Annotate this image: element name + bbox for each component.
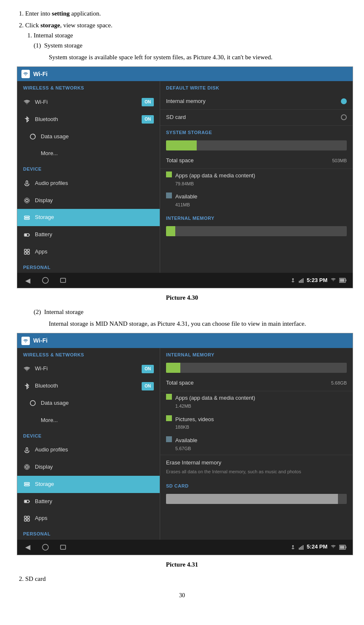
available-storage-text-2: Available 5.67GB (175, 436, 198, 452)
bluetooth-menu-item-2[interactable]: Bluetooth ON (17, 377, 160, 395)
signal-icon-2 (298, 544, 304, 550)
screenshot-4-31: Wi-Fi WIRELESS & NETWORKS Wi-Fi (17, 333, 353, 555)
bluetooth-label-1: Bluetooth (35, 115, 137, 124)
audio-profiles-label-1: Audio profiles (35, 179, 154, 188)
svg-rect-44 (300, 547, 301, 550)
audio-profiles-item-2[interactable]: Audio profiles (17, 441, 160, 459)
back-icon-2[interactable]: ◀ (23, 543, 32, 552)
svg-rect-36 (24, 519, 26, 521)
home-icon-1[interactable] (41, 276, 50, 285)
battery-item-1[interactable]: Battery (17, 226, 160, 243)
audio-profiles-icon-2 (23, 446, 31, 454)
screenshot2-right-panel: INTERNAL MEMORY Total space 5.68GB Apps … (160, 348, 353, 540)
internal-memory-radio-1[interactable] (341, 98, 347, 104)
svg-rect-8 (25, 234, 27, 236)
audio-profiles-label-2: Audio profiles (35, 446, 154, 454)
sd-card-radio-1[interactable] (341, 114, 347, 120)
data-usage-item-2[interactable]: Data usage (17, 395, 160, 412)
svg-point-3 (24, 198, 29, 203)
storage-label-1: Storage (35, 213, 154, 222)
time-display-2: 5:24 PM (307, 543, 327, 551)
bluetooth-toggle-1[interactable]: ON (142, 115, 154, 124)
battery-label-2: Battery (35, 497, 154, 506)
wifi-toggle-2[interactable]: ON (142, 365, 154, 373)
screenshot2-header: Wi-Fi (17, 333, 353, 348)
svg-rect-1 (26, 181, 28, 184)
bluetooth-icon-2 (23, 382, 31, 390)
svg-rect-23 (346, 280, 346, 281)
back-icon-1[interactable]: ◀ (23, 276, 32, 285)
svg-rect-19 (300, 280, 301, 283)
apps-item-1[interactable]: Apps (17, 243, 160, 261)
data-usage-label-1: Data usage (41, 132, 154, 141)
wifi-label-2: Wi-Fi (35, 364, 137, 373)
apps-icon-2 (23, 515, 31, 522)
svg-rect-33 (25, 501, 27, 502)
erase-row-2[interactable]: Erase Internal memory Erases all data on… (160, 455, 353, 479)
battery-status-2 (339, 545, 347, 550)
audio-profiles-item-1[interactable]: Audio profiles (17, 175, 160, 192)
bluetooth-menu-item-1[interactable]: Bluetooth ON (17, 111, 160, 128)
substep-1-1: (1) System storage System storage is ava… (34, 40, 347, 62)
recent-icon-1[interactable] (58, 276, 68, 285)
total-space-label-1: Total space (166, 156, 328, 165)
bluetooth-toggle-2[interactable]: ON (142, 382, 154, 390)
bluetooth-icon-1 (23, 116, 31, 123)
svg-point-15 (292, 278, 294, 280)
substep-1-1-desc: System storage is available space left f… (49, 52, 347, 62)
svg-rect-26 (26, 448, 28, 451)
svg-rect-18 (299, 281, 300, 283)
section-wireless-2: WIRELESS & NETWORKS (17, 348, 160, 361)
sd-card-row-1[interactable]: SD card (160, 110, 353, 126)
display-item-2[interactable]: Display (17, 459, 160, 476)
pictures-storage-text-2: Pictures, videos 188KB (175, 415, 214, 431)
svg-rect-11 (24, 252, 26, 254)
display-label-1: Display (35, 196, 154, 205)
sd-bar-fill-2 (166, 494, 338, 504)
total-space-value-1: 503MB (332, 157, 347, 165)
battery-status-1 (339, 278, 347, 283)
wifi-menu-item-2[interactable]: Wi-Fi ON (17, 360, 160, 377)
home-icon-2[interactable] (41, 543, 50, 552)
section-internal-2: INTERNAL MEMORY (160, 348, 353, 361)
apps-storage-value-1: 79.84MB (175, 180, 255, 188)
caption-4-31: Picture 4.31 (17, 559, 347, 570)
data-usage-menu-item-1[interactable]: Data usage (17, 128, 160, 145)
apps-storage-row-2: Apps (app data & media content) 1.42MB (160, 391, 353, 412)
section-device-1: DEVICE (17, 162, 160, 175)
erase-desc-2: Erases all data on the Internal memory, … (166, 468, 347, 476)
apps-label-2: Apps (35, 514, 154, 523)
recent-icon-2[interactable] (58, 543, 68, 552)
apps-label-r2: Apps (app data & media content) (175, 394, 255, 403)
apps-item-2[interactable]: Apps (17, 510, 160, 527)
more-item-2[interactable]: More... (17, 412, 160, 429)
svg-rect-5 (24, 218, 29, 219)
data-usage-icon-2 (29, 399, 37, 407)
svg-point-25 (30, 401, 35, 406)
storage-item-1[interactable]: Storage (17, 209, 160, 226)
battery-item-2[interactable]: Battery (17, 493, 160, 510)
wifi-status-icon-2 (330, 545, 337, 550)
signal-icon-1 (298, 277, 304, 283)
battery-icon-1 (23, 231, 31, 239)
more-menu-item-1[interactable]: More... (17, 145, 160, 162)
more-icon-1 (29, 150, 37, 158)
storage-item-2[interactable]: Storage (17, 476, 160, 493)
svg-rect-38 (42, 544, 48, 550)
available-color-box-1 (166, 193, 172, 198)
step1-bold: setting (52, 10, 70, 17)
display-icon-2 (23, 463, 31, 471)
svg-rect-13 (42, 277, 48, 283)
display-item-1[interactable]: Display (17, 192, 160, 209)
wifi-toggle-1[interactable]: ON (142, 98, 154, 106)
screenshot1-body: WIRELESS & NETWORKS Wi-Fi ON (17, 81, 353, 273)
usb-icon-2 (290, 544, 296, 550)
svg-rect-29 (24, 483, 29, 484)
svg-rect-14 (61, 278, 66, 282)
wifi-menu-item-1[interactable]: Wi-Fi ON (17, 94, 160, 111)
section-sd-2: SD CARD (160, 479, 353, 492)
svg-rect-10 (27, 249, 29, 251)
screenshot2-bottom-bar: ◀ (17, 540, 353, 555)
step-1: Enter into setting application. (25, 8, 347, 18)
internal-memory-row-1[interactable]: Internal memory (160, 94, 353, 110)
